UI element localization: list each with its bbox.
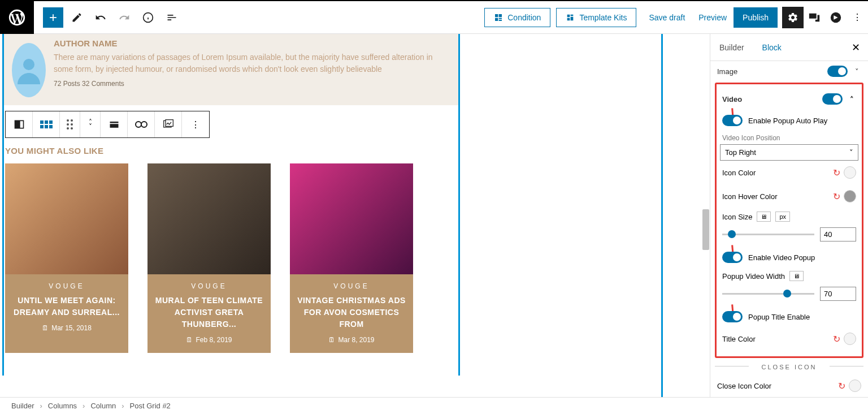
svg-rect-12: [166, 120, 173, 127]
tb-grid-icon[interactable]: [33, 111, 60, 137]
card-image: [5, 163, 128, 274]
icon-position-select[interactable]: Top Right ˅: [720, 144, 858, 161]
reset-icon[interactable]: ↻: [833, 167, 840, 178]
publish-button[interactable]: Publish: [734, 7, 778, 28]
close-icon[interactable]: ✕: [844, 41, 868, 54]
svg-rect-7: [110, 122, 118, 123]
tab-builder[interactable]: Builder: [710, 35, 753, 60]
card-title: VINTAGE CHRISTMAS ADS FOR AVON COSMETICS…: [296, 295, 407, 330]
calendar-icon: 🗓: [42, 324, 49, 332]
edit-icon[interactable]: [67, 7, 87, 28]
device-icon[interactable]: 🖥: [757, 212, 771, 222]
popup-width-row: Popup Video Width 🖥: [720, 268, 858, 284]
block-toolbar: ˄˅ ⋮: [5, 111, 210, 138]
tb-align-icon[interactable]: [101, 111, 128, 137]
svg-point-10: [141, 122, 147, 127]
card-date: 🗓Feb 8, 2019: [153, 336, 265, 344]
tab-block[interactable]: Block: [753, 35, 791, 60]
tb-more-icon[interactable]: ⋮: [182, 111, 209, 137]
popup-width-slider-row: [720, 284, 858, 307]
breadcrumb-item[interactable]: Builder: [11, 402, 34, 410]
breadcrumb-item[interactable]: Columns: [48, 402, 77, 410]
responsive-icon[interactable]: [804, 7, 825, 28]
card-category: VOUGE: [296, 282, 407, 290]
avatar: [12, 43, 46, 97]
condition-icon: [494, 13, 503, 22]
enable-popup-row: ↘ Enable Video Popup: [720, 247, 858, 268]
popup-width-slider[interactable]: [722, 293, 814, 295]
scrollbar[interactable]: [702, 209, 709, 250]
condition-button[interactable]: Condition: [484, 8, 550, 27]
chevron-up-icon: ˄: [847, 94, 856, 104]
color-swatch[interactable]: [844, 190, 856, 202]
editor-canvas: AUTHOR NAME There are many variations of…: [0, 34, 710, 397]
auto-play-toggle[interactable]: [722, 115, 743, 126]
breadcrumb-item[interactable]: Post Grid #2: [130, 402, 171, 410]
redo-icon[interactable]: [114, 7, 134, 28]
icon-size-row: Icon Size 🖥 px: [720, 208, 858, 225]
plugin-icon[interactable]: [825, 7, 847, 28]
card-image: [290, 163, 413, 274]
reset-icon[interactable]: ↻: [838, 381, 845, 391]
popup-title-row: ↘ Popup Title Enable: [720, 307, 858, 327]
sidebar: Builder Block ✕ Image ˅ Video ˄ ↘: [710, 34, 868, 397]
settings-icon[interactable]: [782, 7, 804, 28]
outline-icon[interactable]: [162, 7, 182, 28]
video-toggle[interactable]: [822, 93, 843, 105]
title-color-row: Title Color ↻: [720, 327, 858, 351]
image-toggle[interactable]: [827, 66, 848, 77]
close-icon-color-row: Close Icon Color ↻: [715, 374, 863, 397]
reset-icon[interactable]: ↻: [833, 191, 840, 202]
sidebar-body: Image ˅ Video ˄ ↘ Enable Popup Auto Play…: [710, 61, 868, 397]
video-panel-header[interactable]: Video ˄: [720, 88, 858, 110]
device-icon[interactable]: 🖥: [789, 271, 804, 281]
undo-icon[interactable]: [90, 7, 111, 28]
card-date: 🗓Mar 8, 2019: [296, 336, 407, 344]
info-icon[interactable]: [138, 7, 158, 28]
tb-drag-icon[interactable]: [60, 111, 80, 137]
add-block-button[interactable]: +: [43, 7, 63, 28]
icon-size-slider-row: [720, 225, 858, 247]
card[interactable]: VOUGE UNTIL WE MEET AGAIN: DREAMY AND SU…: [5, 163, 128, 353]
card[interactable]: VOUGE MURAL OF TEEN CLIMATE ACTIVIST GRE…: [147, 163, 271, 353]
breadcrumb-item[interactable]: Column: [90, 402, 116, 410]
close-icon-divider: CLOSE ICON: [715, 358, 863, 374]
svg-rect-8: [110, 124, 118, 128]
auto-play-row: ↘ Enable Popup Auto Play: [720, 110, 858, 131]
wordpress-logo[interactable]: [0, 1, 34, 34]
icon-color-row: Icon Color ↻: [720, 161, 858, 184]
more-icon[interactable]: ⋮: [847, 7, 868, 28]
editor-column: AUTHOR NAME There are many variations of…: [2, 34, 460, 376]
icon-size-input[interactable]: [820, 227, 856, 241]
color-swatch[interactable]: [844, 333, 856, 345]
cards-row: VOUGE UNTIL WE MEET AGAIN: DREAMY AND SU…: [4, 163, 458, 353]
unit-select[interactable]: px: [775, 212, 790, 222]
sidebar-tabs: Builder Block ✕: [710, 34, 868, 61]
breadcrumb: Builder› Columns› Column› Post Grid #2: [0, 397, 868, 414]
editor-column-empty: [459, 34, 663, 397]
preview-button[interactable]: Preview: [692, 8, 734, 27]
template-kits-button[interactable]: Template Kits: [556, 8, 636, 27]
color-swatch[interactable]: [844, 166, 856, 179]
color-swatch[interactable]: [849, 380, 861, 392]
save-draft-button[interactable]: Save draft: [642, 8, 692, 27]
card[interactable]: VOUGE VINTAGE CHRISTMAS ADS FOR AVON COS…: [290, 163, 413, 353]
tb-image-icon[interactable]: [155, 111, 182, 137]
card-title: MURAL OF TEEN CLIMATE ACTIVIST GRETA THU…: [153, 295, 265, 330]
card-date: 🗓Mar 15, 2018: [11, 324, 123, 332]
popup-width-input[interactable]: [820, 287, 856, 301]
topbar: + Condition Template Kits Save draft Pre…: [0, 0, 868, 34]
reset-icon[interactable]: ↻: [833, 334, 840, 344]
section-title: YOU MIGHT ALSO LIKE: [5, 146, 458, 156]
popup-title-toggle[interactable]: [722, 311, 743, 322]
author-bio: There are many variations of passages of…: [54, 51, 450, 75]
tb-link-icon[interactable]: [128, 111, 155, 137]
image-panel-row[interactable]: Image ˅: [715, 61, 863, 83]
tb-column-icon[interactable]: [6, 111, 33, 137]
icon-size-slider[interactable]: [722, 234, 814, 235]
tb-move-icon[interactable]: ˄˅: [80, 111, 101, 137]
enable-popup-toggle[interactable]: [722, 252, 743, 263]
card-title: UNTIL WE MEET AGAIN: DREAMY AND SURREAL.…: [11, 295, 123, 318]
svg-point-4: [23, 59, 34, 70]
calendar-icon: 🗓: [186, 336, 193, 344]
